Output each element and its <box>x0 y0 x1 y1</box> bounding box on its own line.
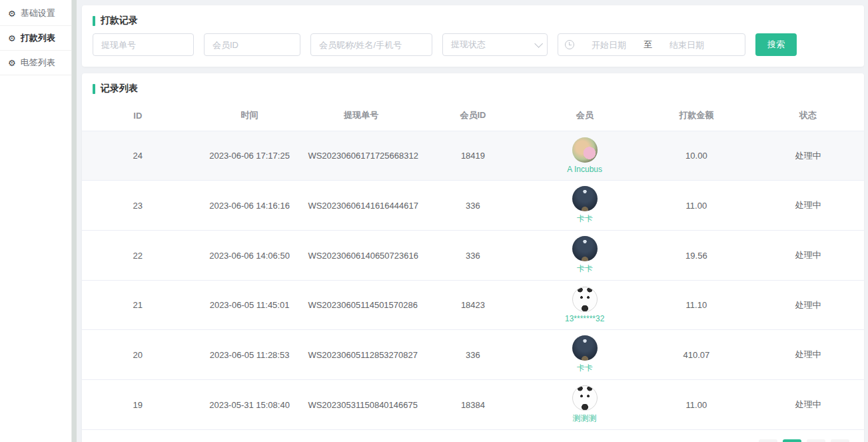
table-row[interactable]: 20 2023-06-05 11:28:53 WS202306051128532… <box>82 330 864 380</box>
sidebar-item-label: 基础设置 <box>21 7 55 19</box>
cell-order-no: WS20230606140650723616 <box>305 231 417 281</box>
member-cell: 13*******32 <box>532 287 638 323</box>
table-row[interactable]: 22 2023-06-06 14:06:50 WS202306061406507… <box>82 231 864 281</box>
records-table: ID 时间 提现单号 会员ID 会员 打款金额 状态 24 2023-06-06… <box>82 101 864 429</box>
sidebar-item-payment-list[interactable]: ⚙ 打款列表 <box>0 26 71 51</box>
cell-amount: 11.00 <box>641 181 753 231</box>
cell-member-id: 336 <box>417 330 529 380</box>
panel-title: 打款记录 <box>82 5 864 33</box>
title-accent-bar <box>93 84 95 94</box>
table-row[interactable]: 24 2023-06-06 17:17:25 WS202306061717256… <box>82 131 864 181</box>
cell-amount: 10.00 <box>641 131 753 181</box>
member-cell: 卡卡 <box>532 186 638 225</box>
sidebar-item-label: 电签列表 <box>21 57 55 69</box>
col-status: 状态 <box>752 101 864 131</box>
date-separator: 至 <box>644 39 652 51</box>
cell-order-no: WS20230531150840146675 <box>305 380 417 430</box>
member-info-input[interactable] <box>310 33 432 56</box>
avatar <box>572 236 598 261</box>
member-cell: 卡卡 <box>532 335 638 374</box>
title-accent-bar <box>93 16 95 26</box>
select-placeholder: 提现状态 <box>451 39 486 51</box>
table-row[interactable]: 21 2023-06-05 11:45:01 WS202306051145015… <box>82 281 864 330</box>
table-header-row: ID 时间 提现单号 会员ID 会员 打款金额 状态 <box>82 101 864 131</box>
member-cell: A Incubus <box>532 137 638 174</box>
cell-order-no: WS20230606141616444617 <box>305 181 417 231</box>
gear-icon: ⚙ <box>8 34 16 43</box>
col-order-no: 提现单号 <box>305 101 417 131</box>
table-row[interactable]: 23 2023-06-06 14:16:16 WS202306061416164… <box>82 181 864 231</box>
cell-time: 2023-05-31 15:08:40 <box>194 380 306 430</box>
status-badge: 处理中 <box>752 330 864 380</box>
cell-amount: 11.00 <box>641 380 753 430</box>
search-button[interactable]: 搜索 <box>755 33 797 56</box>
cell-order-no: WS20230605112853270827 <box>305 330 417 380</box>
cell-time: 2023-06-06 17:17:25 <box>194 131 306 181</box>
member-name-link[interactable]: A Incubus <box>567 165 602 174</box>
member-name-link[interactable]: 卡卡 <box>577 213 593 225</box>
sidebar-item-esign-list[interactable]: ⚙ 电签列表 <box>0 51 71 75</box>
withdraw-order-input[interactable] <box>93 33 194 56</box>
member-id-input[interactable] <box>204 33 300 56</box>
page-button-2[interactable]: 2 <box>807 439 825 442</box>
col-member: 会员 <box>529 101 641 131</box>
cell-time: 2023-06-05 11:28:53 <box>194 330 306 380</box>
avatar <box>572 385 598 411</box>
cell-member-id: 18419 <box>417 131 529 181</box>
status-badge: 处理中 <box>752 131 864 181</box>
cell-id: 19 <box>82 380 194 430</box>
panel-title-text: 打款记录 <box>101 15 138 27</box>
next-page-button[interactable]: › <box>831 439 849 442</box>
payment-records-panel: 打款记录 提现状态 至 搜索 <box>82 5 864 67</box>
cell-member-id: 336 <box>417 231 529 281</box>
cell-order-no: WS20230606171725668312 <box>305 131 417 181</box>
gear-icon: ⚙ <box>8 59 16 67</box>
avatar <box>572 335 598 361</box>
app-window: ⚙ 基础设置 ⚙ 打款列表 ⚙ 电签列表 打款记录 提现状态 <box>0 0 868 442</box>
list-title-text: 记录列表 <box>101 83 138 95</box>
member-name-link[interactable]: 卡卡 <box>577 363 593 374</box>
col-amount: 打款金额 <box>641 101 753 131</box>
cell-id: 24 <box>82 131 194 181</box>
avatar <box>572 137 598 163</box>
chevron-down-icon <box>534 39 543 48</box>
col-id: ID <box>82 101 194 131</box>
table-row[interactable]: 19 2023-05-31 15:08:40 WS202305311508401… <box>82 380 864 430</box>
sidebar-scrollbar[interactable] <box>71 0 77 442</box>
withdraw-status-select[interactable]: 提现状态 <box>442 33 548 56</box>
record-list-panel: 记录列表 ID 时间 提现单号 会员ID 会员 打款金额 状态 <box>82 73 864 442</box>
sidebar: ⚙ 基础设置 ⚙ 打款列表 ⚙ 电签列表 <box>0 0 71 442</box>
avatar <box>572 287 598 312</box>
cell-time: 2023-06-06 14:16:16 <box>194 181 306 231</box>
sidebar-item-label: 打款列表 <box>21 32 55 44</box>
avatar <box>572 186 598 211</box>
date-range-picker[interactable]: 至 <box>558 33 745 56</box>
start-date-input[interactable] <box>578 40 640 50</box>
sidebar-item-basic-settings[interactable]: ⚙ 基础设置 <box>0 1 71 26</box>
status-badge: 处理中 <box>752 231 864 281</box>
member-name-link[interactable]: 卡卡 <box>577 263 593 275</box>
col-time: 时间 <box>194 101 306 131</box>
cell-time: 2023-06-06 14:06:50 <box>194 231 306 281</box>
member-name-link[interactable]: 13*******32 <box>565 314 604 323</box>
cell-time: 2023-06-05 11:45:01 <box>194 281 306 330</box>
member-name-link[interactable]: 测测测 <box>573 413 597 424</box>
status-badge: 处理中 <box>752 181 864 231</box>
cell-id: 23 <box>82 181 194 231</box>
cell-id: 20 <box>82 330 194 380</box>
status-badge: 处理中 <box>752 380 864 430</box>
cell-member-id: 336 <box>417 181 529 231</box>
pagination: ‹ 1 2 › <box>82 429 864 442</box>
main-content: 打款记录 提现状态 至 搜索 <box>77 0 868 442</box>
cell-member-id: 18384 <box>417 380 529 430</box>
gear-icon: ⚙ <box>8 9 16 18</box>
prev-page-button[interactable]: ‹ <box>759 439 777 442</box>
member-cell: 卡卡 <box>532 236 638 275</box>
status-badge: 处理中 <box>752 281 864 330</box>
cell-order-no: WS20230605114501570286 <box>305 281 417 330</box>
list-title: 记录列表 <box>82 73 864 101</box>
end-date-input[interactable] <box>656 40 717 50</box>
cell-amount: 11.10 <box>641 281 753 330</box>
page-button-1[interactable]: 1 <box>783 439 801 442</box>
member-cell: 测测测 <box>532 385 638 424</box>
